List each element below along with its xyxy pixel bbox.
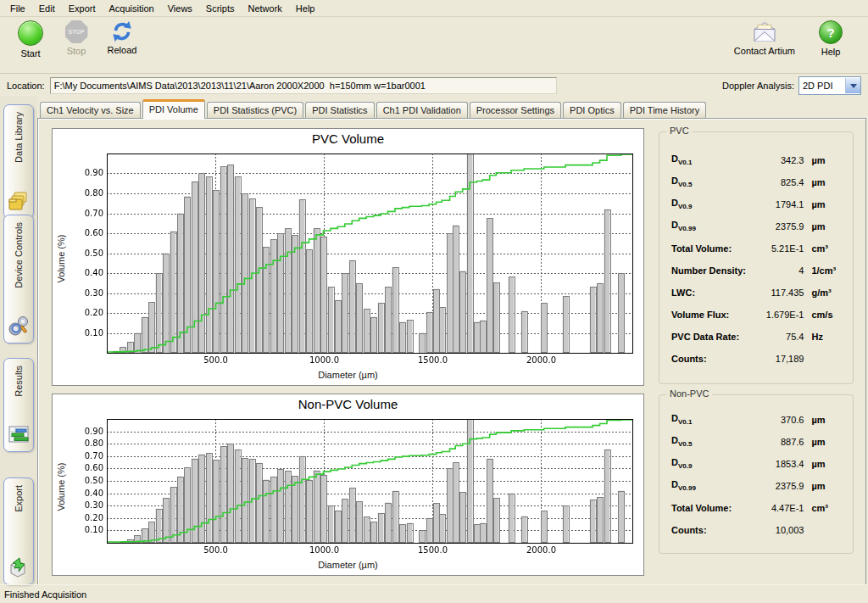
- status-text: Finished Acquisition: [4, 589, 86, 600]
- pvc-volume-chart-panel: PVC Volume Volume (%) Diameter (µm): [52, 128, 644, 386]
- stat-unit: µm: [811, 177, 846, 187]
- sidebar-item-data-library[interactable]: Data Library: [3, 104, 34, 219]
- stat-row-d-v0-99: DV0.992375.9µm: [671, 215, 846, 237]
- stat-unit: cm³: [811, 503, 846, 513]
- menu-item-edit[interactable]: Edit: [32, 2, 62, 15]
- stat-row-pvc-data-rate: PVC Data Rate:75.4Hz: [671, 326, 846, 348]
- stat-label: Counts:: [671, 354, 755, 364]
- tab-pdi-optics[interactable]: PDI Optics: [563, 102, 621, 118]
- doppler-analysis-select[interactable]: 2D PDI: [798, 76, 861, 95]
- pvc-volume-chart: [70, 149, 640, 368]
- sidebar-item-results[interactable]: Results: [3, 358, 34, 452]
- stat-row-d-v0-1: DV0.1370.6µm: [671, 409, 846, 431]
- toolbar: Start STOP Stop Reload Contact Artium ? …: [0, 17, 868, 74]
- stat-value: 1.679E-1: [755, 310, 812, 320]
- stat-unit: µm: [811, 459, 846, 469]
- menu-bar: FileEditExportAcquisitionViewsScriptsNet…: [0, 0, 868, 17]
- menu-item-network[interactable]: Network: [241, 2, 288, 15]
- pvc-chart-title: PVC Volume: [53, 129, 643, 149]
- stat-label: DV0.99: [671, 479, 755, 492]
- contact-artium-button[interactable]: Contact Artium: [734, 20, 795, 56]
- stat-value: 17,189: [755, 354, 812, 364]
- stat-label: Volume Flux:: [671, 310, 755, 320]
- stop-button: STOP Stop: [54, 20, 98, 56]
- stat-row-d-v0-9: DV0.91794.1µm: [671, 193, 846, 215]
- aims-application-window: { "menu": { "items": ["File","Edit","Exp…: [0, 0, 868, 603]
- stat-label: DV0.9: [671, 198, 755, 210]
- stat-value: 2375.9: [755, 481, 812, 491]
- stat-value: 5.21E-1: [755, 243, 812, 254]
- menu-item-export[interactable]: Export: [62, 2, 103, 15]
- menu-item-help[interactable]: Help: [289, 2, 322, 15]
- stat-row-volume-flux: Volume Flux:1.679E-1cm/s: [671, 304, 846, 326]
- stat-value: 117.435: [755, 288, 812, 298]
- folders-icon: [8, 190, 30, 214]
- sidebar-item-export[interactable]: Export: [3, 477, 34, 585]
- stat-value: 1853.4: [755, 459, 812, 469]
- menu-item-scripts[interactable]: Scripts: [199, 2, 242, 15]
- help-button[interactable]: ? Help: [809, 20, 853, 57]
- start-icon: [18, 20, 43, 46]
- stat-label: DV0.99: [671, 220, 755, 232]
- non-pvc-volume-chart: [70, 415, 640, 558]
- tab-pdi-statistics-pvc[interactable]: PDI Statistics (PVC): [207, 102, 303, 118]
- pvc-stats-groupbox: PVC DV0.1342.3µmDV0.5825.4µmDV0.91794.1µ…: [659, 131, 854, 384]
- stat-value: 370.6: [755, 415, 812, 425]
- tab-pdi-volume[interactable]: PDI Volume: [142, 99, 205, 119]
- stat-row-d-v0-5: DV0.5825.4µm: [671, 171, 846, 193]
- stat-row-d-v0-9: DV0.91853.4µm: [671, 453, 846, 475]
- stat-row-d-v0-1: DV0.1342.3µm: [671, 149, 846, 171]
- stop-icon: STOP: [65, 20, 88, 43]
- pvc-chart-ylabel: Volume (%): [56, 235, 66, 283]
- pdi-volume-tab-page: PVC Volume Volume (%) Diameter (µm) Non-…: [37, 118, 866, 585]
- start-button[interactable]: Start: [8, 20, 53, 59]
- stat-label: PVC Data Rate:: [671, 332, 755, 342]
- stat-label: Total Volume:: [671, 243, 755, 254]
- gears-icon: [8, 315, 30, 338]
- stat-label: DV0.5: [671, 435, 755, 448]
- stat-row-total-volume: Total Volume:4.47E-1cm³: [671, 497, 846, 519]
- tab-pdi-statistics[interactable]: PDI Statistics: [305, 102, 374, 118]
- status-bar: Finished Acquisition: [0, 584, 868, 603]
- stat-unit: µm: [811, 199, 846, 209]
- menu-item-views[interactable]: Views: [161, 2, 199, 15]
- export-arrow-icon: [8, 556, 30, 580]
- envelope-icon: [751, 20, 778, 43]
- results-chart-icon: [8, 423, 30, 447]
- non-pvc-chart-title: Non-PVC Volume: [53, 394, 643, 415]
- stop-button-label: Stop: [67, 46, 86, 56]
- stat-row-lwc: LWC:117.435g/m³: [671, 282, 846, 304]
- stat-row-d-v0-5: DV0.5887.6µm: [671, 431, 846, 453]
- stat-label: Total Volume:: [671, 503, 755, 513]
- stat-value: 75.4: [755, 332, 812, 342]
- location-row: Location: F:\My Documents\AIMS Data\2013…: [0, 74, 868, 98]
- reload-button-label: Reload: [108, 45, 137, 55]
- stat-unit: g/m³: [811, 288, 846, 298]
- stat-unit: µm: [811, 437, 846, 447]
- tab-pdi-time-history[interactable]: PDI Time History: [623, 102, 707, 118]
- stat-value: 4: [755, 265, 812, 276]
- menu-item-acquisition[interactable]: Acquisition: [103, 2, 161, 15]
- tab-ch1-pdi-validation[interactable]: Ch1 PDI Validation: [376, 102, 468, 118]
- location-input[interactable]: F:\My Documents\AIMS Data\2013\2013\11\2…: [50, 77, 557, 94]
- stat-value: 342.3: [755, 155, 812, 165]
- sidebar-item-label: Data Library: [14, 112, 24, 163]
- stat-row-counts: Counts:17,189: [671, 348, 846, 370]
- pvc-groupbox-title: PVC: [666, 126, 693, 136]
- reload-button[interactable]: Reload: [100, 20, 144, 55]
- stat-row-number-density: Number Density:41/cm³: [671, 260, 846, 282]
- stat-row-d-v0-99: DV0.992375.9µm: [671, 475, 846, 497]
- sidebar-item-label: Results: [14, 366, 24, 397]
- stat-value: 4.47E-1: [755, 503, 812, 513]
- non-pvc-chart-ylabel: Volume (%): [56, 462, 66, 511]
- chevron-down-icon[interactable]: [845, 78, 860, 93]
- stat-label: DV0.9: [671, 457, 755, 470]
- menu-item-file[interactable]: File: [3, 2, 32, 15]
- location-label: Location:: [7, 81, 45, 91]
- stat-value: 2375.9: [755, 221, 812, 232]
- stat-value: 825.4: [755, 177, 812, 187]
- sidebar-item-device-controls[interactable]: Device Controls: [3, 215, 34, 343]
- tab-processor-settings[interactable]: Processor Settings: [470, 102, 561, 118]
- tab-strip: Ch1 Velocity vs. SizePDI VolumePDI Stati…: [37, 96, 868, 118]
- tab-ch1-velocity-vs-size[interactable]: Ch1 Velocity vs. Size: [40, 102, 141, 118]
